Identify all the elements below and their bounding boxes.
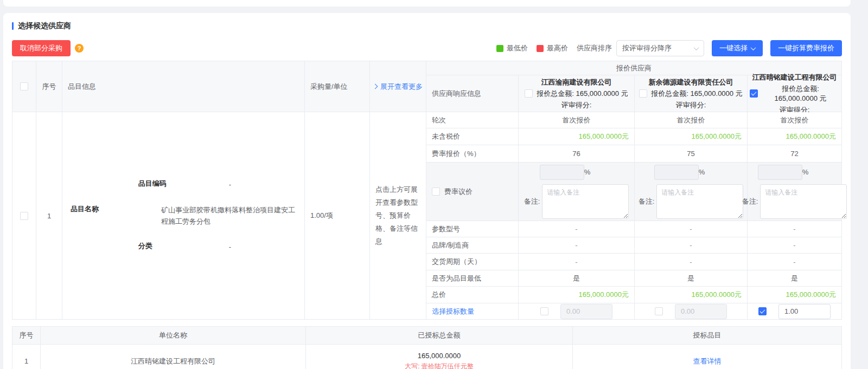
supplier-2-name: 新余德源建设有限责任公司 <box>649 77 733 87</box>
supplier-response-header: 供应商响应信息 <box>426 75 519 112</box>
item-category-label: 分类 <box>138 241 229 253</box>
supplier-1-remark-textarea[interactable] <box>542 184 629 219</box>
expand-hint-text: 点击上方可展开查看参数型号、预算价格、备注等信息 <box>370 112 426 320</box>
row-label-delivery: 交货周期（天） <box>426 254 519 270</box>
supplier-1-award-qty-input[interactable] <box>560 304 612 319</box>
supplier-3-name: 江西晴铭建设工程有限公司 <box>752 73 837 82</box>
supplier-3-lowest: 是 <box>748 270 842 287</box>
supplier-1-quote-total: 报价总金额: 165,000.0000 元 <box>537 89 628 99</box>
supplier-1-header: 江西渝南建设有限公司 报价总金额: 165,000.0000 元 评审得分: <box>519 75 635 112</box>
item-name-value: 矿山事业部胶带机撒料落料整治项目建安工程施工劳务分包 <box>161 204 299 227</box>
item-info-cell: 品目编码 - 品目名称 矿山事业部胶带机撒料落料整治项目建安工程施工劳务分包 分… <box>62 112 305 320</box>
supplier-2-delivery: - <box>635 254 748 270</box>
lowest-price-swatch-icon <box>496 45 503 52</box>
rate-negotiate-checkbox[interactable] <box>432 187 440 196</box>
supplier-quote-table: 序号 品目信息 采购量/单位 展开查看更多 报价供应商 供应商响应信息 江西渝南… <box>12 61 842 320</box>
select-all-checkbox[interactable] <box>20 82 28 90</box>
item-code-label: 品目编码 <box>138 179 229 190</box>
supplier-1-brand: - <box>519 237 635 254</box>
chevron-down-icon <box>694 45 699 50</box>
supplier-2-brand: - <box>635 237 748 254</box>
item-name-label: 品目名称 <box>71 204 161 227</box>
item-row-checkbox[interactable] <box>20 212 28 220</box>
supplier-3-quote-total: 报价总金额: 165,000.0000 元 <box>762 84 839 103</box>
supplier-2-param-model: - <box>635 221 748 237</box>
supplier-1-award-checkbox[interactable] <box>540 307 548 315</box>
supplier-1-score: 评审得分: <box>561 100 592 110</box>
award-row-amount-cell: 165,000.0000 大写: 壹拾陆万伍仟元整 <box>306 345 573 369</box>
award-amount-caps: 大写: 壹拾陆万伍仟元整 <box>405 362 474 369</box>
supplier-3-rate-input[interactable] <box>758 165 802 180</box>
item-category-value: - <box>229 241 231 253</box>
row-label-award-qty[interactable]: 选择授标数量 <box>426 303 519 320</box>
award-header-items: 授标品目 <box>573 327 842 345</box>
supplier-1-name: 江西渝南建设有限公司 <box>541 77 612 87</box>
award-row-company: 江西晴铭建设工程有限公司 <box>41 345 306 369</box>
cancel-partial-purchase-button[interactable]: 取消部分采购 <box>12 40 71 56</box>
item-qty-unit: 1.00/项 <box>305 112 370 320</box>
award-summary-table: 序号 单位名称 已授标总金额 授标品目 1 江西晴铭建设工程有限公司 165,0… <box>12 326 842 369</box>
supplier-sort-value: 按评审得分降序 <box>622 43 672 53</box>
supplier-2-lowest: 是 <box>635 270 748 287</box>
legend-highest: 最高价 <box>537 43 568 53</box>
supplier-3-rate: 72 <box>748 145 842 163</box>
supplier-1-rate-input[interactable] <box>540 165 584 180</box>
row-label-price-no-tax: 未含税价 <box>426 128 519 145</box>
expand-more-link[interactable]: 展开查看更多 <box>370 82 426 92</box>
legend-lowest: 最低价 <box>496 43 528 53</box>
supplier-2-award-qty-input[interactable] <box>675 304 727 319</box>
row-label-rate-negotiate: 费率议价 <box>444 187 473 197</box>
col-header-seq: 序号 <box>36 61 62 112</box>
row-label-brand: 品牌/制造商 <box>426 237 519 254</box>
supplier-3-negotiate-cell: % 备注: <box>748 163 842 221</box>
one-click-select-button[interactable]: 一键选择 <box>712 40 763 56</box>
section-title: 选择候选供应商 <box>12 21 842 31</box>
supplier-2-header: 新余德源建设有限责任公司 报价总金额: 165,000.0000 元 评审得分: <box>635 75 748 112</box>
supplier-2-award-checkbox[interactable] <box>655 307 663 315</box>
supplier-2-negotiate-cell: % 备注: <box>635 163 748 221</box>
supplier-2-rate: 75 <box>635 145 748 163</box>
supplier-2-score: 评审得分: <box>676 100 706 110</box>
main-panel: 选择候选供应商 取消部分采购 ? 最低价 最高价 供应商排序 按评审得分降序 一… <box>3 13 851 369</box>
supplier-2-quote-total: 报价总金额: 165,000.0000 元 <box>651 89 742 99</box>
supplier-sort-select[interactable]: 按评审得分降序 <box>616 40 704 56</box>
item-seq: 1 <box>36 112 62 320</box>
supplier-3-award-checkbox[interactable] <box>758 307 767 315</box>
row-label-lowest-flag: 是否为品目最低 <box>426 270 519 287</box>
view-detail-link[interactable]: 查看详情 <box>573 345 842 369</box>
award-header-company: 单位名称 <box>41 327 306 345</box>
row-label-total-price: 总价 <box>426 287 519 303</box>
supplier-2-total-price: 165,000.0000元 <box>635 287 748 303</box>
supplier-3-round: 首次报价 <box>748 112 842 128</box>
supplier-3-header: 江西晴铭建设工程有限公司 报价总金额: 165,000.0000 元 评审得分: <box>748 75 842 112</box>
award-header-amount: 已授标总金额 <box>306 327 573 345</box>
help-icon[interactable]: ? <box>75 44 84 53</box>
supplier-3-remark-label: 备注: <box>742 197 758 206</box>
row-label-rate-quote: 费率报价（%） <box>426 145 519 163</box>
supplier-1-total-price: 165,000.0000元 <box>519 287 635 303</box>
item-code-value: - <box>229 179 231 190</box>
row-label-round: 轮次 <box>426 112 519 128</box>
supplier-2-rate-input[interactable] <box>654 165 699 180</box>
supplier-2-remark-textarea[interactable] <box>656 184 743 219</box>
supplier-3-total-price: 165,000.0000元 <box>748 287 842 303</box>
supplier-1-delivery: - <box>519 254 635 270</box>
supplier-3-award-qty-input[interactable] <box>778 304 831 319</box>
chevron-right-icon <box>373 84 378 89</box>
supplier-2-price-no-tax: 165,000.0000元 <box>635 128 748 145</box>
supplier-3-select-checkbox[interactable] <box>750 89 758 98</box>
supplier-1-price-no-tax: 165,000.0000元 <box>519 128 635 145</box>
highest-price-swatch-icon <box>537 45 544 52</box>
supplier-3-remark-textarea[interactable] <box>760 184 847 219</box>
top-panel-edge <box>3 0 851 7</box>
supplier-2-round: 首次报价 <box>635 112 748 128</box>
one-click-convert-rate-button[interactable]: 一键折算费率报价 <box>770 40 842 56</box>
supplier-3-delivery: - <box>748 254 842 270</box>
award-amount: 165,000.0000 <box>418 352 461 360</box>
chevron-down-icon <box>751 45 756 50</box>
supplier-2-select-checkbox[interactable] <box>639 89 647 98</box>
supplier-1-select-checkbox[interactable] <box>525 89 533 98</box>
supplier-3-param-model: - <box>748 221 842 237</box>
supplier-1-lowest: 是 <box>519 270 635 287</box>
supplier-1-rate: 76 <box>519 145 635 163</box>
